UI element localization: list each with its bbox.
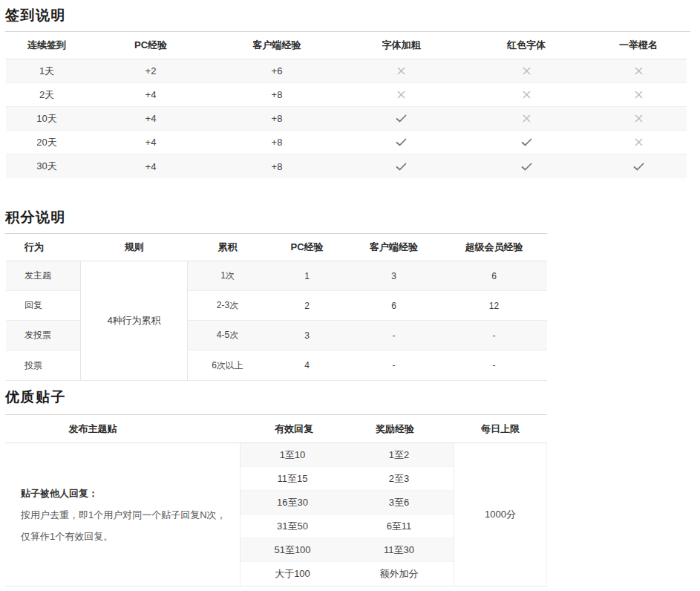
table-row: 51至100 11至30 — [241, 538, 454, 562]
check-icon — [590, 163, 687, 171]
cell-pc: 3 — [267, 321, 347, 350]
cross-icon — [462, 91, 590, 99]
cell-replies: 31至50 — [241, 520, 344, 533]
points-table-body: 4种行为累积 发主题 1次 1 3 6 回复 2-3次 2 6 12 发投票 4… — [6, 261, 547, 381]
cell-days: 2天 — [6, 88, 88, 102]
cell-pc: +4 — [88, 161, 214, 172]
cell-client: 3 — [347, 261, 441, 291]
table-row: 11至15 2至3 — [241, 467, 454, 491]
note-line: 仅算作1个有效回复。 — [21, 526, 240, 547]
check-icon — [340, 163, 462, 171]
cell-client: 6 — [347, 291, 441, 321]
table-row: 10天 +4 +8 — [6, 107, 687, 131]
daily-limit-cell: 1000分 — [454, 443, 547, 586]
cross-icon — [590, 91, 687, 99]
cell-behavior: 发投票 — [6, 321, 80, 350]
cell-replies: 11至15 — [241, 472, 344, 486]
cross-icon — [462, 114, 590, 123]
cell-svip: 12 — [441, 291, 547, 321]
signin-table-header: 连续签到 PC经验 客户端经验 字体加粗 红色字体 一举橙名 — [6, 32, 687, 59]
column-header-reward: 奖励经验 — [376, 422, 414, 436]
cell-svip: - — [441, 321, 547, 350]
cell-replies: 1至10 — [241, 448, 344, 462]
cell-days: 1天 — [6, 65, 88, 78]
column-header-bold: 字体加粗 — [340, 39, 462, 52]
cell-reward: 3至6 — [344, 496, 454, 509]
cell-svip: - — [441, 350, 547, 380]
column-header-red: 红色字体 — [462, 39, 590, 52]
cell-client: +8 — [214, 161, 340, 172]
column-header-topic: 发布主题贴 — [69, 422, 117, 436]
rule-merged-cell: 4种行为累积 — [80, 261, 188, 380]
cell-client: +8 — [214, 113, 340, 124]
cell-count: 2-3次 — [188, 291, 267, 321]
cell-client: +6 — [214, 65, 340, 76]
column-header-orange: 一举橙名 — [590, 39, 687, 52]
cross-icon — [340, 91, 462, 99]
quality-table-header: 发布主题贴 有效回复 奖励经验 每日上限 — [6, 415, 547, 443]
cross-icon — [462, 67, 590, 75]
cell-reward: 11至30 — [344, 543, 454, 557]
note-title: 贴子被他人回复： — [21, 483, 240, 504]
column-header-behavior: 行为 — [6, 241, 80, 254]
cell-pc: 4 — [267, 350, 347, 380]
cell-client: +8 — [214, 89, 340, 100]
cross-icon — [590, 67, 687, 75]
table-row: 30天 +4 +8 — [6, 154, 687, 178]
cell-svip: 6 — [441, 261, 547, 291]
cell-pc: +4 — [88, 89, 214, 100]
table-row: 1天 +2 +6 — [6, 59, 687, 83]
cell-behavior: 发主题 — [6, 261, 80, 291]
table-row: 31至50 6至11 — [241, 515, 454, 538]
column-header-svip: 超级会员经验 — [441, 241, 547, 254]
cell-days: 20天 — [6, 136, 88, 149]
table-row: 16至30 3至6 — [241, 491, 454, 515]
check-icon — [462, 163, 590, 171]
quality-table-body: 贴子被他人回复： 按用户去重，即1个用户对同一个贴子回复N次， 仅算作1个有效回… — [6, 443, 547, 587]
cell-count: 4-5次 — [188, 321, 267, 350]
cell-reward: 额外加分 — [344, 567, 454, 581]
cell-count: 1次 — [188, 261, 267, 291]
column-header-pc: PC经验 — [267, 241, 347, 254]
table-row: 大于100 额外加分 — [241, 562, 454, 586]
cell-pc: 2 — [267, 291, 347, 321]
cell-days: 10天 — [6, 112, 88, 125]
cell-client: - — [347, 321, 441, 350]
note-line: 按用户去重，即1个用户对同一个贴子回复N次， — [21, 504, 240, 526]
points-table-header: 行为 规则 累积 PC经验 客户端经验 超级会员经验 — [6, 234, 547, 261]
quality-note: 贴子被他人回复： 按用户去重，即1个用户对同一个贴子回复N次， 仅算作1个有效回… — [6, 443, 241, 586]
cross-icon — [590, 114, 687, 123]
cross-icon — [590, 138, 687, 146]
column-header-client: 客户端经验 — [347, 241, 441, 254]
signin-title: 签到说明 — [5, 6, 66, 25]
cell-client: - — [347, 350, 441, 380]
check-icon — [340, 114, 462, 123]
cell-pc: +4 — [88, 113, 214, 124]
cell-replies: 16至30 — [241, 496, 344, 509]
cell-pc: 1 — [267, 261, 347, 291]
check-icon — [340, 138, 462, 146]
cell-behavior: 投票 — [6, 350, 80, 380]
cell-reward: 1至2 — [344, 448, 454, 462]
column-header-count: 累积 — [188, 241, 267, 254]
cell-days: 30天 — [6, 160, 88, 173]
help-page: 签到说明 连续签到 PC经验 客户端经验 字体加粗 红色字体 一举橙名 1天 +… — [0, 0, 700, 591]
column-header-rule: 规则 — [80, 241, 188, 254]
column-header-client: 客户端经验 — [214, 39, 340, 52]
cell-reward: 6至11 — [344, 520, 454, 533]
cross-icon — [340, 67, 462, 75]
cell-behavior: 回复 — [6, 291, 80, 321]
cell-pc: +2 — [88, 65, 214, 76]
cell-replies: 大于100 — [241, 567, 344, 581]
table-row: 2天 +4 +8 — [6, 83, 687, 107]
table-row: 1至10 1至2 — [241, 443, 454, 467]
points-title: 积分说明 — [5, 208, 66, 227]
column-header-replies: 有效回复 — [275, 422, 313, 436]
cell-client: +8 — [214, 137, 340, 148]
cell-pc: +4 — [88, 137, 214, 148]
check-icon — [462, 138, 590, 146]
column-header-days: 连续签到 — [6, 39, 88, 52]
cell-replies: 51至100 — [241, 543, 344, 557]
quality-title: 优质贴子 — [5, 388, 66, 407]
cell-count: 6次以上 — [188, 350, 267, 380]
